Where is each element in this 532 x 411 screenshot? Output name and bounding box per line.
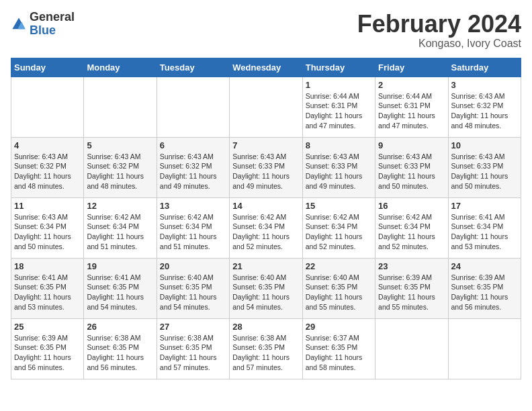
page-header: General Blue February 2024 Kongaso, Ivor… — [11, 11, 521, 50]
day-info: Sunrise: 6:37 AM Sunset: 6:35 PM Dayligh… — [306, 333, 372, 373]
calendar-day-cell: 20Sunrise: 6:40 AM Sunset: 6:35 PM Dayli… — [157, 258, 229, 318]
day-info: Sunrise: 6:41 AM Sunset: 6:35 PM Dayligh… — [87, 273, 153, 312]
day-number: 13 — [160, 201, 226, 211]
day-number: 19 — [87, 261, 153, 271]
day-info: Sunrise: 6:40 AM Sunset: 6:35 PM Dayligh… — [306, 273, 372, 312]
calendar-day-cell: 18Sunrise: 6:41 AM Sunset: 6:35 PM Dayli… — [11, 258, 84, 318]
day-number: 9 — [378, 140, 445, 150]
calendar-week-row: 1Sunrise: 6:44 AM Sunset: 6:31 PM Daylig… — [11, 77, 521, 137]
calendar-day-cell: 14Sunrise: 6:42 AM Sunset: 6:34 PM Dayli… — [230, 197, 302, 258]
day-info: Sunrise: 6:42 AM Sunset: 6:34 PM Dayligh… — [378, 212, 445, 252]
calendar-day-cell: 16Sunrise: 6:42 AM Sunset: 6:34 PM Dayli… — [375, 197, 448, 258]
month-title: February 2024 — [357, 11, 521, 38]
weekday-header-cell: Sunday — [11, 58, 84, 77]
logo-text: General Blue — [30, 11, 75, 38]
calendar-day-cell: 23Sunrise: 6:39 AM Sunset: 6:35 PM Dayli… — [375, 258, 448, 318]
day-info: Sunrise: 6:42 AM Sunset: 6:34 PM Dayligh… — [87, 212, 153, 252]
day-info: Sunrise: 6:42 AM Sunset: 6:34 PM Dayligh… — [306, 212, 372, 252]
day-number: 8 — [306, 140, 372, 150]
calendar-day-cell: 1Sunrise: 6:44 AM Sunset: 6:31 PM Daylig… — [302, 77, 375, 137]
weekday-header-cell: Tuesday — [157, 58, 229, 77]
day-number: 29 — [306, 322, 372, 332]
day-info: Sunrise: 6:44 AM Sunset: 6:31 PM Dayligh… — [306, 91, 372, 131]
calendar-day-cell: 22Sunrise: 6:40 AM Sunset: 6:35 PM Dayli… — [302, 258, 375, 318]
day-info: Sunrise: 6:43 AM Sunset: 6:33 PM Dayligh… — [378, 152, 445, 191]
calendar-body: 1Sunrise: 6:44 AM Sunset: 6:31 PM Daylig… — [11, 77, 521, 379]
calendar-day-cell: 17Sunrise: 6:41 AM Sunset: 6:34 PM Dayli… — [448, 197, 521, 258]
day-number: 21 — [232, 261, 299, 271]
day-info: Sunrise: 6:39 AM Sunset: 6:35 PM Dayligh… — [451, 273, 518, 312]
calendar-day-cell: 29Sunrise: 6:37 AM Sunset: 6:35 PM Dayli… — [302, 318, 375, 379]
day-number: 11 — [14, 201, 81, 211]
logo-icon — [11, 16, 27, 32]
day-info: Sunrise: 6:38 AM Sunset: 6:35 PM Dayligh… — [87, 333, 153, 373]
title-area: February 2024 Kongaso, Ivory Coast — [357, 11, 521, 50]
day-info: Sunrise: 6:40 AM Sunset: 6:35 PM Dayligh… — [232, 273, 299, 312]
calendar-day-cell: 2Sunrise: 6:44 AM Sunset: 6:31 PM Daylig… — [375, 77, 448, 137]
weekday-header-cell: Friday — [375, 58, 448, 77]
weekday-header-cell: Thursday — [302, 58, 375, 77]
calendar-day-cell: 26Sunrise: 6:38 AM Sunset: 6:35 PM Dayli… — [84, 318, 157, 379]
calendar-day-cell: 8Sunrise: 6:43 AM Sunset: 6:33 PM Daylig… — [302, 137, 375, 197]
day-info: Sunrise: 6:38 AM Sunset: 6:35 PM Dayligh… — [232, 333, 299, 373]
day-number: 26 — [87, 322, 153, 332]
day-number: 15 — [306, 201, 372, 211]
calendar-day-cell: 7Sunrise: 6:43 AM Sunset: 6:33 PM Daylig… — [230, 137, 302, 197]
day-info: Sunrise: 6:42 AM Sunset: 6:34 PM Dayligh… — [160, 212, 226, 252]
calendar-day-cell: 5Sunrise: 6:43 AM Sunset: 6:32 PM Daylig… — [84, 137, 157, 197]
day-info: Sunrise: 6:40 AM Sunset: 6:35 PM Dayligh… — [160, 273, 226, 312]
day-info: Sunrise: 6:43 AM Sunset: 6:32 PM Dayligh… — [87, 152, 153, 191]
calendar-day-cell: 3Sunrise: 6:43 AM Sunset: 6:32 PM Daylig… — [448, 77, 521, 137]
day-number: 24 — [451, 261, 518, 271]
calendar-week-row: 25Sunrise: 6:39 AM Sunset: 6:35 PM Dayli… — [11, 318, 521, 379]
day-number: 1 — [306, 80, 372, 90]
day-info: Sunrise: 6:41 AM Sunset: 6:35 PM Dayligh… — [14, 273, 81, 312]
calendar-day-cell: 28Sunrise: 6:38 AM Sunset: 6:35 PM Dayli… — [230, 318, 302, 379]
weekday-header-cell: Wednesday — [230, 58, 302, 77]
day-info: Sunrise: 6:41 AM Sunset: 6:34 PM Dayligh… — [451, 212, 518, 252]
day-number: 7 — [232, 140, 299, 150]
calendar-day-cell: 6Sunrise: 6:43 AM Sunset: 6:32 PM Daylig… — [157, 137, 229, 197]
day-number: 5 — [87, 140, 153, 150]
weekday-header-row: SundayMondayTuesdayWednesdayThursdayFrid… — [11, 58, 521, 77]
day-number: 10 — [451, 140, 518, 150]
calendar-week-row: 4Sunrise: 6:43 AM Sunset: 6:32 PM Daylig… — [11, 137, 521, 197]
day-number: 25 — [14, 322, 81, 332]
calendar-day-cell: 25Sunrise: 6:39 AM Sunset: 6:35 PM Dayli… — [11, 318, 84, 379]
calendar-day-cell: 27Sunrise: 6:38 AM Sunset: 6:35 PM Dayli… — [157, 318, 229, 379]
calendar-day-cell: 24Sunrise: 6:39 AM Sunset: 6:35 PM Dayli… — [448, 258, 521, 318]
day-number: 4 — [14, 140, 81, 150]
day-number: 3 — [451, 80, 518, 90]
day-number: 23 — [378, 261, 445, 271]
day-number: 17 — [451, 201, 518, 211]
calendar-day-cell: 4Sunrise: 6:43 AM Sunset: 6:32 PM Daylig… — [11, 137, 84, 197]
calendar-day-cell — [230, 77, 302, 137]
day-number: 20 — [160, 261, 226, 271]
day-info: Sunrise: 6:39 AM Sunset: 6:35 PM Dayligh… — [14, 333, 81, 373]
day-number: 18 — [14, 261, 81, 271]
day-info: Sunrise: 6:43 AM Sunset: 6:33 PM Dayligh… — [451, 152, 518, 191]
calendar-day-cell — [84, 77, 157, 137]
day-info: Sunrise: 6:43 AM Sunset: 6:34 PM Dayligh… — [14, 212, 81, 252]
calendar-day-cell: 19Sunrise: 6:41 AM Sunset: 6:35 PM Dayli… — [84, 258, 157, 318]
day-info: Sunrise: 6:38 AM Sunset: 6:35 PM Dayligh… — [160, 333, 226, 373]
day-number: 6 — [160, 140, 226, 150]
calendar-day-cell: 21Sunrise: 6:40 AM Sunset: 6:35 PM Dayli… — [230, 258, 302, 318]
day-number: 2 — [378, 80, 445, 90]
day-info: Sunrise: 6:43 AM Sunset: 6:32 PM Dayligh… — [451, 91, 518, 131]
calendar-day-cell — [448, 318, 521, 379]
day-info: Sunrise: 6:44 AM Sunset: 6:31 PM Dayligh… — [378, 91, 445, 131]
day-number: 12 — [87, 201, 153, 211]
day-info: Sunrise: 6:39 AM Sunset: 6:35 PM Dayligh… — [378, 273, 445, 312]
calendar-day-cell — [157, 77, 229, 137]
day-info: Sunrise: 6:42 AM Sunset: 6:34 PM Dayligh… — [232, 212, 299, 252]
day-info: Sunrise: 6:43 AM Sunset: 6:32 PM Dayligh… — [160, 152, 226, 191]
weekday-header-cell: Saturday — [448, 58, 521, 77]
calendar-day-cell: 11Sunrise: 6:43 AM Sunset: 6:34 PM Dayli… — [11, 197, 84, 258]
day-info: Sunrise: 6:43 AM Sunset: 6:33 PM Dayligh… — [232, 152, 299, 191]
day-number: 27 — [160, 322, 226, 332]
calendar-week-row: 11Sunrise: 6:43 AM Sunset: 6:34 PM Dayli… — [11, 197, 521, 258]
calendar-day-cell: 9Sunrise: 6:43 AM Sunset: 6:33 PM Daylig… — [375, 137, 448, 197]
calendar-day-cell — [11, 77, 84, 137]
calendar-table: SundayMondayTuesdayWednesdayThursdayFrid… — [11, 58, 521, 379]
